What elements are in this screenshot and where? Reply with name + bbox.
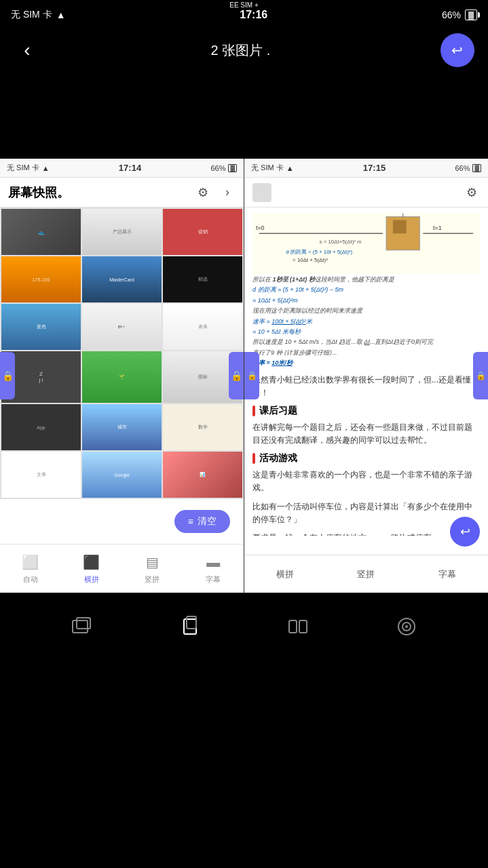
toolbar-icon-4 — [394, 614, 419, 639]
section-4-text: 要求是：找一个有人停车的地方——一路边或停车... — [252, 532, 480, 536]
formula-4: 现在用这个距离除以经过的时间来求速度 — [252, 306, 480, 315]
screenshot-cell-16[interactable]: 文章 — [1, 452, 81, 498]
left-nav-title: 屏幕快照。 — [8, 184, 69, 201]
back-button[interactable]: ‹ — [14, 39, 41, 61]
arrow-icon[interactable]: › — [219, 184, 236, 201]
screenshot-cell-4[interactable]: 175-150 — [1, 256, 81, 302]
screenshot-cell-5[interactable]: MasterCard — [82, 256, 162, 302]
battery-percent: 66% — [442, 9, 461, 20]
bottom-area — [0, 593, 488, 868]
section-2-text: 这是青小蛙非常喜欢的一个内容，也是一个非常不错的亲子游戏。 — [252, 469, 480, 494]
math-diagram: t=0 t=1 s = 10Δt+5(Δt)² m d 的距离 = (5 + 1… — [252, 213, 480, 274]
toolbar-btn-1[interactable] — [69, 614, 94, 639]
phone-right: 无 SIM 卡 ▲ 17:15 66% ▓ ⚙ — [244, 159, 488, 593]
tab-caption-label: 字幕 — [206, 574, 221, 585]
left-battery: 66% — [210, 164, 225, 172]
formula-3: = 10Δt + 5(Δt)²m — [252, 296, 480, 305]
toolbar-icon-1 — [69, 614, 94, 639]
settings-icon[interactable]: ⚙ — [195, 184, 211, 201]
left-phone-status: 无 SIM 卡 ▲ 17:14 66% ▓ — [0, 159, 244, 178]
toolbar-btn-4[interactable] — [394, 614, 419, 639]
right-tab-caption[interactable]: 字幕 — [438, 568, 456, 580]
right-share-icon: ↩ — [460, 524, 470, 539]
tab-vertical[interactable]: ▤ 竖拼 — [143, 553, 162, 585]
section-3-text: 比如有一个活动叫停车位，内容是计算出「有多少个在使用中的停车位？」 — [252, 500, 480, 526]
screenshot-cell-14[interactable]: 城市 — [82, 404, 162, 450]
section-1-title: 课后习题 — [252, 405, 480, 417]
formula-2: d 的距离 = (5 + 10t + 5(Δt)²) − 5m — [252, 285, 480, 294]
toolbar-btn-2[interactable] — [178, 614, 202, 639]
share-icon: ↩ — [451, 42, 463, 58]
tab-vertical-label: 竖拼 — [145, 574, 159, 585]
tab-horizontal-label: 横拼 — [84, 574, 99, 585]
right-battery-icon: ▓ — [472, 164, 481, 172]
svg-text:s = 10Δt+5(Δt)² m: s = 10Δt+5(Δt)² m — [320, 239, 362, 245]
formula-9: 速率 = 10米/秒 — [252, 358, 480, 368]
share-button[interactable]: ↩ — [440, 33, 474, 67]
math-svg: t=0 t=1 s = 10Δt+5(Δt)² m d 的距离 = (5 + 1… — [252, 213, 480, 274]
right-share-button[interactable]: ↩ — [450, 517, 480, 547]
tab-horizontal-icon: ⬛ — [82, 553, 101, 572]
right-settings-icon[interactable]: ⚙ — [464, 184, 480, 201]
right-phone-status: 无 SIM 卡 ▲ 17:15 66% ▓ — [244, 159, 488, 178]
formula-6: = 10 + 5Δt 米每秒 — [252, 327, 480, 336]
screenshot-cell-3[interactable]: 促销 — [163, 209, 242, 255]
right-tab-vertical[interactable]: 竖拼 — [357, 568, 375, 580]
screenshot-cell-13[interactable]: App — [1, 404, 81, 450]
svg-rect-12 — [184, 619, 196, 634]
left-carrier: 无 SIM 卡 — [7, 163, 39, 173]
screenshot-cell-15[interactable]: 数学 — [163, 404, 242, 450]
page-title: 2 张图片 . — [211, 41, 271, 60]
eesim-indicator: EE SIM + — [225, 0, 263, 10]
left-phone-status-left: 无 SIM 卡 ▲ — [7, 163, 50, 173]
time-label: 17:16 — [240, 9, 267, 21]
formula-5: 速率 = 100t + 5(Δt)²米 — [252, 317, 480, 326]
screenshot-cell-1[interactable]: 👟 — [1, 209, 81, 255]
right-wifi-icon: ▲ — [286, 164, 294, 172]
screenshots-grid: 👟 产品展示 促销 175-150 MasterCard 精选 蓝色 ei∼ — [0, 208, 244, 499]
screenshot-cell-9[interactable]: 表单 — [163, 304, 242, 350]
right-carrier: 无 SIM 卡 — [251, 163, 284, 173]
right-phone-tabs: 横拼 竖拼 字幕 — [244, 555, 488, 593]
screenshot-cell-17[interactable]: Google — [82, 452, 162, 498]
screenshot-cell-8[interactable]: ei∼ — [82, 304, 162, 350]
screenshot-cell-6[interactable]: 精选 — [163, 256, 242, 302]
left-battery-icon: ▓ — [228, 164, 237, 172]
right-lock-right: 🔒 — [473, 352, 488, 399]
right-phone-status-right: 66% ▓ — [455, 164, 481, 172]
phones-container: 无 SIM 卡 ▲ 17:14 66% ▓ 屏幕快照。 ⚙ › 👟 产品展示 — [0, 159, 488, 593]
section-bar-2 — [252, 453, 255, 464]
right-tab-horizontal[interactable]: 横拼 — [276, 568, 294, 580]
screenshot-cell-7[interactable]: 蓝色 — [1, 304, 81, 350]
clear-label: 清空 — [198, 515, 217, 528]
formula-7: 所以速度是 10 + 5Δt m/s，当Δt 趋近...取 Δt...直到Δt趋… — [252, 337, 480, 347]
left-wifi-icon: ▲ — [42, 164, 50, 172]
screenshot-cell-2[interactable]: 产品展示 — [82, 209, 162, 255]
tab-caption[interactable]: ▬ 字幕 — [204, 553, 223, 585]
svg-text:t=0: t=0 — [256, 224, 265, 231]
right-phone-nav: ⚙ — [244, 178, 488, 208]
right-time: 17:15 — [363, 163, 386, 173]
tab-auto[interactable]: ⬜ 自动 — [21, 553, 40, 585]
toolbar-icon-3 — [286, 614, 310, 639]
tab-horizontal[interactable]: ⬛ 横拼 — [82, 553, 101, 585]
screenshot-cell-11[interactable]: 🌱 — [82, 351, 162, 403]
article-content: t=0 t=1 s = 10Δt+5(Δt)² m d 的距离 = (5 + 1… — [244, 208, 488, 536]
svg-text:= 10Δt + 5(Δt)²: = 10Δt + 5(Δt)² — [293, 257, 328, 263]
right-lock-left: 🔒 — [244, 352, 259, 399]
right-battery: 66% — [455, 164, 470, 172]
battery-icon: ▓ — [465, 9, 477, 20]
svg-rect-14 — [289, 620, 297, 633]
clear-icon: ≡ — [188, 516, 193, 527]
left-phone-tabs: ⬜ 自动 ⬛ 横拼 ▤ 竖拼 ▬ 字幕 — [0, 544, 244, 593]
math-formulas: 所以在 1秒至 (1+Δt) 秒这段时间里，他越下的距离是 d 的距离 = (5… — [252, 275, 480, 368]
section-bar-1 — [252, 406, 255, 416]
formula-1: 所以在 1秒至 (1+Δt) 秒这段时间里，他越下的距离是 — [252, 275, 480, 284]
clear-button[interactable]: ≡ 清空 — [174, 510, 230, 533]
svg-text:t=1: t=1 — [433, 224, 442, 231]
toolbar-icon-2 — [178, 614, 202, 639]
left-time: 17:14 — [119, 163, 141, 173]
screenshot-cell-18[interactable]: 📊 — [163, 452, 242, 498]
right-thumbnail — [252, 183, 271, 202]
toolbar-btn-3[interactable] — [286, 614, 310, 639]
